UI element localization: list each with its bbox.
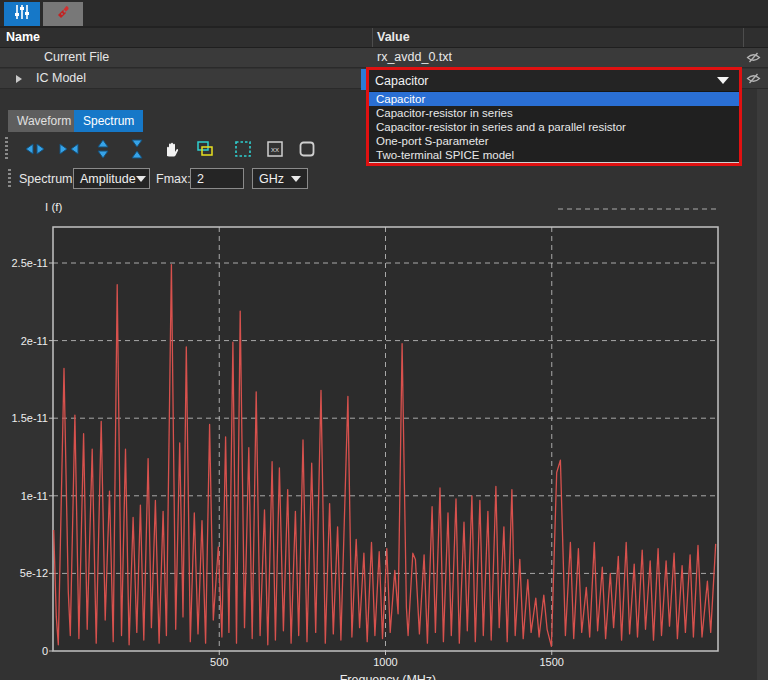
dropdown-option-list: CapacitorCapacitor-resistor in seriesCap… [369,92,739,163]
svg-text:0: 0 [42,645,48,657]
frequency-unit-select[interactable]: GHz [252,168,308,189]
fmax-label: Fmax: [156,172,191,186]
expand-vertical-icon[interactable] [92,138,114,160]
svg-text:2.5e-11: 2.5e-11 [12,257,49,269]
dropdown-option[interactable]: One-port S-parameter [369,134,739,148]
row-label: IC Model [36,71,86,85]
ic-model-combobox[interactable]: Capacitor [369,70,739,92]
svg-text:1e-11: 1e-11 [21,490,48,502]
zoom-area-icon[interactable] [232,138,254,160]
zoom-window-icon[interactable] [194,138,216,160]
shrink-vertical-icon[interactable] [126,138,148,160]
fmax-value: 2 [197,172,204,186]
dropdown-option[interactable]: Two-terminal SPICE model [369,148,739,162]
chevron-down-icon [717,77,729,84]
row-value: rx_avdd_0.txt [377,50,452,64]
eye-slash-icon[interactable] [746,51,762,65]
chart-canvas[interactable]: 05e-121e-111.5e-112e-112.5e-115001000150… [0,195,768,680]
expand-horizontal-icon[interactable] [24,138,46,160]
sliders-icon [13,3,31,25]
svg-text:1000: 1000 [373,656,397,668]
column-header-value: Value [377,30,410,44]
reset-view-icon[interactable] [296,138,318,160]
dropdown-option[interactable]: Capacitor [369,92,739,106]
table-row-current-file[interactable]: Current File rx_avdd_0.txt [0,48,768,68]
selected-unit: GHz [259,172,284,186]
ic-model-dropdown: Capacitor CapacitorCapacitor-resistor in… [366,67,742,166]
spectrum-controls-bar: Spectrum: Amplitude Fmax: 2 GHz [0,166,768,194]
y-axis-title: I (f) [45,201,62,213]
svg-text:1500: 1500 [540,656,564,668]
shrink-horizontal-icon[interactable] [58,138,80,160]
top-tabbar [0,0,768,28]
svg-text:500: 500 [210,656,228,668]
fmax-input[interactable]: 2 [190,168,244,189]
dropdown-option[interactable]: Capacitor-resistor in series and a paral… [369,120,739,134]
svg-text:1.5e-11: 1.5e-11 [12,412,49,424]
chevron-down-icon [291,176,301,182]
svg-text:2e-11: 2e-11 [21,335,48,347]
selected-spectrum-type: Amplitude [80,172,136,186]
app-window: Name Value Current File rx_avdd_0.txt IC… [0,0,768,680]
tab-tuning[interactable] [4,2,40,26]
spectrum-chart[interactable]: I (f) 05e-121e-111.5e-112e-112.5e-115001… [0,195,768,680]
combobox-value: Capacitor [375,74,429,88]
pan-hand-icon[interactable] [160,138,182,160]
svg-text:5e-12: 5e-12 [20,567,48,579]
tab-label: Spectrum [83,114,134,128]
spectrum-label: Spectrum: [19,172,76,186]
tab-paint[interactable] [43,2,83,26]
fit-window-icon[interactable]: xx [264,138,286,160]
svg-text:xx: xx [271,145,279,154]
tab-spectrum[interactable]: Spectrum [74,110,143,132]
tab-waveform[interactable]: Waveform [8,110,80,132]
dropdown-option[interactable]: Capacitor-resistor in series [369,106,739,120]
row-label: Current File [44,50,109,64]
spectrum-type-select[interactable]: Amplitude [73,168,150,189]
tab-label: Waveform [17,114,71,128]
toolbar-grip-handle[interactable] [5,137,8,161]
eye-slash-icon[interactable] [746,72,762,86]
svg-text:Frequency (MHz): Frequency (MHz) [340,673,437,680]
scrollbar-track[interactable] [757,89,768,680]
column-header-name: Name [6,30,40,44]
toolbar-grip-handle[interactable] [8,169,11,189]
expand-arrow-icon[interactable] [16,75,22,83]
chevron-down-icon [136,176,146,182]
paint-brush-icon [54,3,72,25]
property-table-header: Name Value [0,28,768,48]
